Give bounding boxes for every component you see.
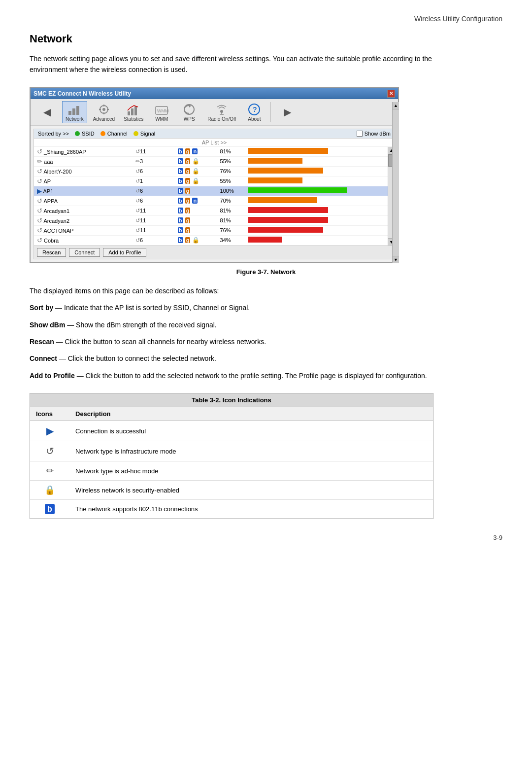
- table-row[interactable]: ↺ ACCTONAP ↺11 b g 76%: [34, 225, 395, 235]
- channel-filter[interactable]: Channel: [100, 131, 128, 137]
- icon-table: Icons Description ▶ Connection is succes…: [30, 407, 433, 519]
- radio-icon: [214, 103, 230, 116]
- infra-ch-icon: ↺: [135, 227, 140, 233]
- ssid-filter[interactable]: SSID: [75, 131, 95, 137]
- show-dbm-text: — Show the dBm strength of the received …: [65, 321, 216, 329]
- toolbar-statistics-button[interactable]: Statistics: [121, 102, 146, 123]
- signal-bar: [248, 227, 323, 233]
- network-icon: [66, 103, 82, 116]
- ssid-value: _Shiang_2860AP: [44, 149, 86, 155]
- show-dbm-checkbox[interactable]: [357, 131, 363, 137]
- statistics-label: Statistics: [124, 116, 143, 122]
- b-protocol-desc: The network supports 802.11b connections: [69, 500, 433, 519]
- toolbar-forward-button[interactable]: ▶: [275, 104, 299, 120]
- sort-by-desc: Sort by — Indicate that the AP list is s…: [30, 302, 502, 313]
- signal-bar: [248, 217, 328, 223]
- infra-ch-icon: ↺: [135, 237, 140, 243]
- svg-text:WMM: WMM: [157, 108, 168, 113]
- channel-dot: [100, 131, 105, 136]
- connect-bold: Connect: [30, 354, 57, 362]
- page-number: 3-9: [30, 534, 502, 541]
- g-mode-icon: g: [185, 198, 191, 204]
- b-mode-icon: b: [178, 237, 183, 243]
- radio-label: Radio On/Off: [207, 116, 236, 122]
- ap-table-container: ↺ _Shiang_2860AP ↺11 b g n 81%: [34, 147, 395, 246]
- sorted-by-label: Sorted by >>: [38, 131, 69, 137]
- adhoc-ch-icon: ✏: [135, 158, 140, 164]
- svg-rect-9: [128, 111, 130, 115]
- ssid-value: ACCTONAP: [43, 228, 73, 234]
- table-row[interactable]: ↺ AP ↺1 b g 🔒 55%: [34, 176, 395, 186]
- signal-bar: [248, 197, 317, 203]
- window-titlebar: SMC EZ Connect N Wireless Utility ✕: [31, 88, 398, 99]
- table-row[interactable]: ↺ Arcadyan1 ↺11 b g 81%: [34, 206, 395, 215]
- ssid-value: Arcadyan1: [43, 208, 69, 214]
- infra-ch-icon: ↺: [135, 208, 140, 213]
- lock-icon: 🔒: [192, 177, 200, 184]
- toolbar-network-button[interactable]: Network: [62, 101, 87, 123]
- signal-bar: [248, 148, 328, 154]
- window-scroll-track: [393, 109, 399, 256]
- add-profile-button[interactable]: Add to Profile: [103, 248, 146, 257]
- ap-area: Sorted by >> SSID Channel Signal Show dB…: [33, 129, 395, 259]
- add-profile-bold: Add to Profile: [30, 372, 75, 380]
- rescan-desc: Rescan — Click the button to scan all ch…: [30, 336, 502, 347]
- n-mode-icon: n: [192, 148, 198, 154]
- b-mode-icon: b: [178, 227, 183, 233]
- window-scroll-down[interactable]: ▼: [393, 256, 399, 263]
- wmm-label: WMM: [155, 116, 168, 122]
- toolbar-wps-button[interactable]: WPS: [177, 102, 201, 123]
- filter-bar: Sorted by >> SSID Channel Signal Show dB…: [34, 129, 395, 139]
- table-row[interactable]: ↺ APPA ↺6 b g n 70%: [34, 196, 395, 206]
- about-icon: ?: [246, 103, 262, 116]
- g-mode-icon: g: [185, 178, 191, 184]
- table-row[interactable]: ↺ Cobra ↺6 b g 🔒 34%: [34, 235, 395, 245]
- g-mode-icon: g: [185, 237, 191, 243]
- show-dbm-filter[interactable]: Show dBm: [357, 131, 391, 137]
- toolbar-about-button[interactable]: ? About: [242, 102, 266, 123]
- connection-desc: Connection is successful: [69, 421, 433, 441]
- window-close-button[interactable]: ✕: [387, 90, 395, 98]
- connect-text: — Click the button to connect the select…: [57, 354, 216, 362]
- advanced-icon: [96, 103, 112, 116]
- ssid-value: aaa: [44, 159, 53, 165]
- svg-text:?: ?: [253, 106, 257, 113]
- toolbar-advanced-button[interactable]: Advanced: [90, 102, 118, 123]
- table-row[interactable]: ✏ aaa ✏3 b g 🔒 55%: [34, 156, 395, 166]
- toolbar-back-button[interactable]: ◀: [34, 104, 59, 120]
- infra-icon: ↺: [37, 237, 42, 244]
- signal-bar: [248, 158, 302, 164]
- infra-ch-icon: ↺: [135, 188, 140, 194]
- ssid-value: APPA: [43, 198, 58, 204]
- table-row[interactable]: ↺ AlbertY-200 ↺6 b g 🔒 76%: [34, 166, 395, 176]
- displayed-items-intro: The displayed items on this page can be …: [30, 285, 502, 296]
- signal-dot: [133, 131, 138, 136]
- infra-ch-icon: ↺: [135, 217, 140, 223]
- figure-caption: Figure 3-7. Network: [30, 268, 502, 276]
- icon-table-header-row: Icons Description: [30, 407, 433, 421]
- sort-by-text: — Indicate that the AP list is sorted by…: [53, 304, 250, 312]
- table-row[interactable]: ↺ Arcadyan2 ↺11 b g 81%: [34, 215, 395, 225]
- toolbar: ◀ Network: [31, 99, 398, 126]
- toolbar-radio-button[interactable]: Radio On/Off: [204, 102, 239, 123]
- wps-icon: [181, 103, 197, 116]
- ssid-value: AP1: [43, 188, 53, 194]
- ap-list-header: AP List >>: [34, 139, 395, 147]
- ssid-value: Cobra: [44, 238, 59, 244]
- lock-icon: 🔒: [192, 237, 200, 244]
- table-row[interactable]: ↺ _Shiang_2860AP ↺11 b g n 81%: [34, 147, 395, 157]
- security-icon: 🔒: [30, 481, 69, 500]
- list-item: 🔒 Wireless network is security-enabled: [30, 481, 433, 500]
- table-row[interactable]: ▶ AP1 ↺6 b g 100%: [34, 186, 395, 196]
- signal-filter-label: Signal: [140, 131, 156, 137]
- toolbar-wmm-button[interactable]: WMM WMM: [149, 102, 174, 123]
- connect-button[interactable]: Connect: [69, 248, 100, 257]
- ap-list-label: AP List >>: [202, 140, 227, 145]
- signal-bar: [248, 177, 302, 183]
- window-scrollbar[interactable]: ▲ ▼: [392, 102, 399, 263]
- infra-mode-desc: Network type is infrastructure mode: [69, 441, 433, 461]
- g-mode-icon: g: [185, 227, 191, 233]
- rescan-button[interactable]: Rescan: [37, 248, 66, 257]
- signal-filter[interactable]: Signal: [133, 131, 156, 137]
- window-scroll-up[interactable]: ▲: [393, 102, 399, 109]
